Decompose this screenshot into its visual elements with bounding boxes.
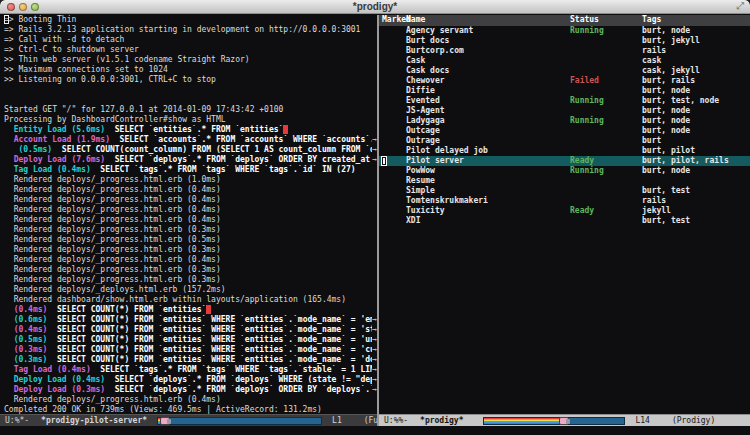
log-line: => Rails 3.2.13 application starting in …: [4, 25, 377, 35]
service-name: Outcage: [406, 126, 570, 136]
service-row[interactable]: EventedRunningburt, test, node: [379, 96, 750, 106]
service-row[interactable]: Agency servantRunningburt, node: [379, 26, 750, 36]
log-line: Rendered deploys/_progress.html.erb (0.4…: [4, 185, 377, 195]
service-row[interactable]: Caskcask: [379, 56, 750, 66]
service-name: JS-Agent: [406, 106, 570, 116]
log-line: Rendered deploys/_progress.html.erb (0.4…: [4, 215, 377, 225]
service-row[interactable]: Simpleburt, test: [379, 186, 750, 196]
service-tags: burt, node: [642, 26, 750, 36]
right-line-number: L14: [635, 415, 649, 427]
marked-cell: [382, 36, 406, 46]
left-buffer-name: *prodigy-pilot-server*: [41, 415, 147, 427]
status-badge: [570, 216, 642, 226]
service-tags: [642, 176, 750, 186]
log-pane[interactable]: => Booting Thin=> Rails 3.2.13 applicati…: [0, 15, 377, 426]
marked-cell: [382, 26, 406, 36]
service-tags: jekyll: [642, 206, 750, 216]
service-row[interactable]: TuxicityReadyjekyll: [379, 206, 750, 216]
log-line: (0.5ms) SELECT COUNT(count_column) FROM …: [4, 145, 377, 155]
status-badge: [570, 186, 642, 196]
service-row[interactable]: XDIburt, test: [379, 216, 750, 226]
log-lines: => Booting Thin=> Rails 3.2.13 applicati…: [0, 15, 377, 414]
log-line: Rendered deploys/_progress.html.erb (0.3…: [4, 245, 377, 255]
log-line: Rendered deploys/_progress.html.erb (0.3…: [4, 275, 377, 285]
service-row[interactable]: Tomtenskrukmakerirails: [379, 196, 750, 206]
trailing-whitespace-marker: [206, 305, 211, 314]
service-name: Agency servant: [406, 26, 570, 36]
service-name: XDI: [406, 216, 570, 226]
marked-cell: [382, 126, 406, 136]
titlebar[interactable]: *prodigy* ⤢: [0, 0, 750, 14]
service-row[interactable]: Resume: [379, 176, 750, 186]
service-row[interactable]: Pilot serverReadyburt, pilot, rails: [379, 156, 750, 166]
left-modeline: U:%*- *prodigy-pilot-server* L1 (Fundame…: [0, 414, 377, 426]
service-row[interactable]: PowWowRunningburt, node: [379, 166, 750, 176]
log-line: Rendered deploys/_progress.html.erb (0.5…: [4, 235, 377, 245]
service-name: Burtcorp.com: [406, 46, 570, 56]
table-header: Marked Name Status Tags: [379, 15, 750, 26]
marked-cell: [382, 76, 406, 86]
log-line: >> Thin web server (v1.5.1 codename Stra…: [4, 55, 377, 65]
cursor-block: [381, 156, 387, 166]
left-line-number: L1: [332, 415, 342, 427]
truncation-arrow-icon: →: [372, 345, 377, 355]
service-name: Evented: [406, 96, 570, 106]
log-line: >> Listening on 0.0.0.0:3001, CTRL+C to …: [4, 75, 377, 85]
service-row[interactable]: Outcageburt, node: [379, 126, 750, 136]
service-tags: burt, test: [642, 216, 750, 226]
log-line: => Ctrl-C to shutdown server: [4, 45, 377, 55]
left-modeline-flags: U:%*-: [5, 415, 29, 427]
log-line: Tag Load (0.4ms) SELECT `tags`.* FROM `t…: [4, 165, 377, 175]
status-badge: [570, 126, 642, 136]
service-tags: burt, node: [642, 106, 750, 116]
service-name: Pilot server: [406, 156, 570, 166]
truncation-arrow-icon: →: [372, 135, 377, 145]
log-line: [4, 95, 377, 105]
service-name: Tuxicity: [406, 206, 570, 216]
service-row[interactable]: JS-Agentburt, node: [379, 106, 750, 116]
service-tags: burt: [642, 136, 750, 146]
service-row[interactable]: LadygagaRunningburt, node: [379, 116, 750, 126]
truncation-arrow-icon: →: [372, 145, 377, 155]
status-badge: Running: [570, 116, 642, 126]
service-row[interactable]: Burt docsburt, jekyll: [379, 36, 750, 46]
header-name: Name: [406, 15, 570, 26]
marked-cell: [382, 176, 406, 186]
status-badge: [570, 36, 642, 46]
status-badge: [570, 56, 642, 66]
left-nyan-bar: [157, 417, 322, 425]
service-tags: cask: [642, 56, 750, 66]
log-line: Rendered deploys/_progress.html.erb (0.3…: [4, 265, 377, 275]
service-row[interactable]: Burtcorp.comrails: [379, 46, 750, 56]
log-line: Rendered deploys/_deploys.html.erb (157.…: [4, 285, 377, 295]
log-line: Completed 200 OK in 739ms (Views: 469.5m…: [4, 405, 377, 414]
header-tags: Tags: [642, 15, 750, 26]
status-badge: Running: [570, 166, 642, 176]
log-line: (0.3ms) SELECT COUNT(*) FROM `entities` …: [4, 355, 377, 365]
truncation-arrow-icon: →: [372, 355, 377, 365]
service-row[interactable]: Outrageburt: [379, 136, 750, 146]
nyan-rainbow-icon: [484, 418, 564, 424]
right-major-mode: (Prodigy): [672, 415, 715, 427]
log-line: Rendered deploys/_progress.html.erb (0.4…: [4, 395, 377, 405]
service-tags: rails: [642, 196, 750, 206]
log-line: Entity Load (5.6ms) SELECT `entities`.* …: [4, 125, 377, 135]
marked-cell: [382, 106, 406, 116]
status-badge: [570, 66, 642, 76]
service-tags: burt, jekyll: [642, 36, 750, 46]
service-row[interactable]: Pilot delayed jobburt, pilot: [379, 146, 750, 156]
service-name: Ladygaga: [406, 116, 570, 126]
minibuffer[interactable]: [0, 426, 750, 435]
status-badge: Ready: [570, 156, 642, 166]
service-row[interactable]: Diffieburt, node: [379, 86, 750, 96]
emacs-window: *prodigy* ⤢ => Booting Thin=> Rails 3.2.…: [0, 0, 750, 435]
fullscreen-icon[interactable]: ⤢: [736, 0, 744, 12]
service-row[interactable]: ChewoverFailedburt, rails: [379, 76, 750, 86]
service-tags: burt, node: [642, 86, 750, 96]
service-row[interactable]: Cask docscask, jekyll: [379, 66, 750, 76]
status-badge: Running: [570, 96, 642, 106]
marked-cell: [382, 216, 406, 226]
prodigy-pane[interactable]: Marked Name Status Tags Agency servantRu…: [379, 15, 750, 426]
status-badge: Running: [570, 26, 642, 36]
service-name: Chewover: [406, 76, 570, 86]
